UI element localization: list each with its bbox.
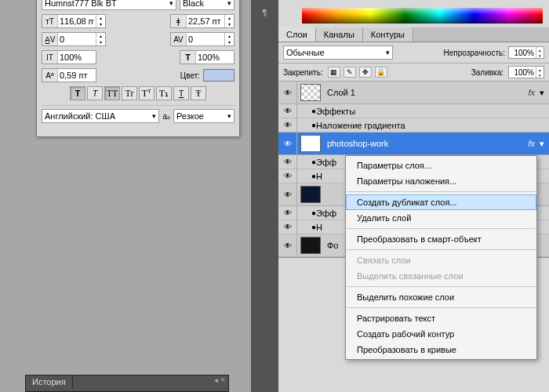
fill-label: Заливка: xyxy=(471,68,504,77)
tracking-input[interactable] xyxy=(187,33,224,45)
visibility-icon[interactable]: 👁 xyxy=(278,132,297,154)
history-panel: История ◂ × xyxy=(25,375,229,392)
menu-create-work-path[interactable]: Создать рабочий контур xyxy=(346,326,536,342)
lock-position-icon[interactable]: ✥ xyxy=(359,67,372,78)
lock-image-icon[interactable]: ✎ xyxy=(344,67,356,78)
tracking-icon: AV xyxy=(171,33,187,45)
menu-layer-properties[interactable]: Параметры слоя... xyxy=(346,158,536,173)
antialias-value: Резкое xyxy=(176,111,204,121)
visibility-icon[interactable]: 👁 xyxy=(278,82,297,103)
menu-convert-to-shape[interactable]: Преобразовать в кривые xyxy=(346,342,536,358)
visibility-icon[interactable]: 👁 xyxy=(278,234,297,256)
faux-italic-toggle[interactable]: T xyxy=(87,86,103,100)
baseline-icon: Aª xyxy=(42,69,58,82)
layer-name: photoshop-work xyxy=(324,139,528,148)
vscale-input[interactable] xyxy=(58,51,96,64)
kerning-icon: A̲V xyxy=(42,33,58,45)
baseline-field[interactable]: Aª xyxy=(42,68,96,82)
blend-mode-select[interactable]: Обычные xyxy=(283,45,393,60)
leading-input[interactable] xyxy=(187,15,224,27)
faux-bold-toggle[interactable]: T xyxy=(70,86,85,100)
leading-icon: ǂ xyxy=(171,15,187,27)
menu-delete-layer[interactable]: Удалить слой xyxy=(346,210,536,226)
type-style-toggles: T T TT Tr Tᵀ T₁ T Ŧ xyxy=(42,86,235,100)
kerning-input[interactable] xyxy=(58,33,96,45)
antialias-select[interactable]: Резкое xyxy=(173,109,235,123)
stepper[interactable]: ▴▾ xyxy=(96,15,105,27)
stepper[interactable]: ▴▾ xyxy=(224,33,234,45)
layer-row[interactable]: 👁 Слой 1 fx▾ xyxy=(278,82,549,104)
vscale-icon: IT xyxy=(42,51,58,64)
hscale-icon: T xyxy=(180,51,196,64)
vscale-field[interactable]: IT xyxy=(42,50,96,64)
hscale-input[interactable] xyxy=(196,51,234,64)
layer-context-menu: Параметры слоя... Параметры наложения...… xyxy=(345,155,537,360)
history-tab[interactable]: История xyxy=(26,376,73,388)
opacity-label: Непрозрачность: xyxy=(443,49,505,57)
layers-panel-tabs: Слои Каналы Контуры xyxy=(278,27,549,42)
color-spectrum[interactable] xyxy=(302,8,543,24)
language-select[interactable]: Английский: США xyxy=(42,109,159,123)
smallcaps-toggle[interactable]: Tr xyxy=(122,86,137,100)
layer-name: Слой 1 xyxy=(324,88,528,97)
menu-convert-smart-object[interactable]: Преобразовать в смарт-объект xyxy=(346,231,536,247)
font-family-value: Humnst777 Blk BT xyxy=(45,0,117,8)
fx-badge[interactable]: fx xyxy=(528,88,535,97)
stepper[interactable]: ▴▾ xyxy=(96,33,105,45)
fx-badge[interactable]: fx xyxy=(528,139,535,148)
lock-buttons: ▦ ✎ ✥ 🔒 xyxy=(328,67,388,78)
lock-transparent-icon[interactable]: ▦ xyxy=(328,67,340,78)
subscript-toggle[interactable]: T₁ xyxy=(156,86,172,100)
menu-duplicate-layer[interactable]: Создать дубликат слоя... xyxy=(346,194,536,210)
font-style-value: Black xyxy=(183,0,204,8)
lock-label: Закрепить: xyxy=(283,68,323,77)
layer-blend-row: Обычные Непрозрачность: ▴▾ xyxy=(278,42,549,64)
kerning-field[interactable]: A̲V ▴▾ xyxy=(42,32,106,46)
lock-all-icon[interactable]: 🔒 xyxy=(375,67,387,78)
underline-toggle[interactable]: T xyxy=(173,86,189,100)
tab-paths[interactable]: Контуры xyxy=(363,27,413,42)
layer-row-selected[interactable]: 👁 T photoshop-work fx▾ xyxy=(278,132,549,155)
leading-field[interactable]: ǂ ▴▾ xyxy=(170,14,235,28)
font-size-input[interactable] xyxy=(58,15,96,27)
tracking-field[interactable]: AV ▴▾ xyxy=(170,32,235,46)
text-color-swatch[interactable] xyxy=(203,69,235,82)
paragraph-icon[interactable]: ¶ xyxy=(257,5,273,20)
fill-field[interactable]: ▴▾ xyxy=(508,66,544,78)
menu-blending-options[interactable]: Параметры наложения... xyxy=(346,173,536,189)
menu-link-layers: Связать слои xyxy=(346,252,536,268)
menu-select-similar[interactable]: Выделить похожие слои xyxy=(346,289,536,305)
tab-channels[interactable]: Каналы xyxy=(316,27,363,42)
character-panel: Humnst777 Blk BT Black тТ ▴▾ ǂ ▴▾ A̲V xyxy=(36,0,240,137)
layer-effects[interactable]: 👁● Эффекты xyxy=(278,104,549,118)
stepper[interactable]: ▴▾ xyxy=(224,15,234,27)
font-size-icon: тТ xyxy=(42,15,58,27)
font-size-field[interactable]: тТ ▴▾ xyxy=(42,14,106,28)
menu-rasterize-type[interactable]: Растрировать текст xyxy=(346,310,536,326)
opacity-field[interactable]: ▴▾ xyxy=(508,46,544,59)
aa-prefix: aₐ xyxy=(162,112,170,121)
font-style-select[interactable]: Black xyxy=(180,0,235,10)
dock-strip: ¶ xyxy=(251,0,278,392)
tab-layers[interactable]: Слои xyxy=(278,27,316,42)
allcaps-toggle[interactable]: TT xyxy=(104,86,120,100)
layer-lock-row: Закрепить: ▦ ✎ ✥ 🔒 Заливка: ▴▾ xyxy=(278,64,549,82)
hscale-field[interactable]: T xyxy=(180,50,235,64)
text-layer-thumb: T xyxy=(300,135,321,152)
visibility-icon[interactable]: 👁 xyxy=(278,183,297,205)
layer-thumb xyxy=(300,186,321,203)
history-collapse[interactable]: ◂ × xyxy=(214,376,225,384)
layer-effect-item[interactable]: 👁● Наложение градиента xyxy=(278,118,549,132)
superscript-toggle[interactable]: Tᵀ xyxy=(139,86,155,100)
strike-toggle[interactable]: Ŧ xyxy=(191,86,206,100)
layer-thumb xyxy=(300,84,321,101)
baseline-input[interactable] xyxy=(58,69,96,82)
language-value: Английский: США xyxy=(45,111,115,121)
menu-select-linked: Выделить связанные слои xyxy=(346,268,536,284)
font-family-select[interactable]: Humnst777 Blk BT xyxy=(42,0,176,10)
color-label: Цвет: xyxy=(180,71,200,80)
layer-thumb xyxy=(300,237,321,254)
